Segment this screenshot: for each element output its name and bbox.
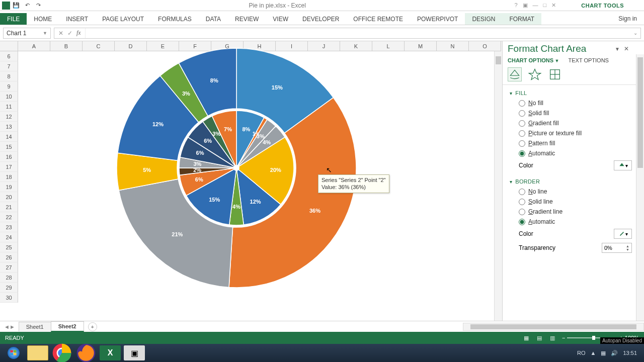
row-header[interactable]: 22 — [0, 212, 18, 222]
pane-move-icon[interactable]: ▼ — [613, 45, 622, 53]
ribbon-collapse-icon[interactable]: ▣ — [523, 2, 528, 9]
tab-review[interactable]: REVIEW — [228, 13, 266, 25]
border-color-button[interactable]: ▾ — [614, 229, 632, 239]
pane-scrollbar[interactable] — [636, 54, 644, 321]
pane-close-icon[interactable]: ✕ — [622, 44, 631, 53]
chrome-icon[interactable] — [51, 345, 72, 360]
row-header[interactable]: 21 — [0, 202, 18, 212]
row-header[interactable]: 17 — [0, 162, 18, 172]
vertical-scrollbar[interactable] — [494, 51, 502, 321]
view-page-layout-icon[interactable]: ▤ — [533, 333, 546, 342]
row-header[interactable]: 10 — [0, 92, 18, 102]
col-header[interactable]: B — [50, 41, 83, 51]
col-header[interactable]: M — [405, 41, 437, 51]
fill-opt-pattern-fill[interactable]: Pattern fill — [510, 138, 632, 148]
row-header[interactable]: 30 — [0, 293, 18, 303]
col-header[interactable]: A — [18, 41, 50, 51]
zoom-out-icon[interactable]: − — [562, 335, 565, 341]
formula-bar[interactable]: ✕ ✓ fx ⌄ — [54, 28, 641, 39]
fill-color-button[interactable]: ▾ — [614, 160, 632, 170]
minimize-icon[interactable]: — — [533, 2, 538, 9]
effects-icon[interactable] — [528, 67, 542, 81]
tab-home[interactable]: HOME — [27, 13, 59, 25]
row-header[interactable]: 14 — [0, 132, 18, 142]
row-header[interactable]: 26 — [0, 252, 18, 262]
fill-opt-picture-or-texture-fill[interactable]: Picture or texture fill — [510, 128, 632, 138]
tab-data[interactable]: DATA — [199, 13, 228, 25]
recorder-icon[interactable]: ▣ — [124, 345, 145, 360]
row-header[interactable]: 18 — [0, 172, 18, 182]
row-header[interactable]: 28 — [0, 273, 18, 283]
undo-icon[interactable]: ↶ — [22, 1, 32, 10]
section-head-fill[interactable]: FILL — [510, 88, 632, 98]
tab-insert[interactable]: INSERT — [59, 13, 95, 25]
fill-opt-solid-fill[interactable]: Solid fill — [510, 108, 632, 118]
maximize-icon[interactable]: □ — [543, 2, 547, 9]
tab-format[interactable]: FORMAT — [502, 13, 541, 25]
sheet-nav-next-icon[interactable]: ► — [10, 324, 15, 330]
row-header[interactable]: 29 — [0, 283, 18, 293]
chevron-down-icon[interactable]: ▼ — [43, 31, 47, 36]
tab-file[interactable]: FILE — [0, 13, 27, 25]
col-header[interactable]: N — [437, 41, 469, 51]
horizontal-scrollbar[interactable] — [463, 323, 644, 331]
row-header[interactable]: 7 — [0, 61, 18, 71]
tab-page-layout[interactable]: PAGE LAYOUT — [95, 13, 151, 25]
sheet-tab-sheet2[interactable]: Sheet2 — [51, 321, 84, 332]
row-header[interactable]: 12 — [0, 112, 18, 122]
view-page-break-icon[interactable]: ▥ — [546, 333, 559, 342]
help-icon[interactable]: ? — [514, 2, 517, 9]
name-box[interactable]: Chart 1 ▼ — [3, 28, 51, 39]
enter-icon[interactable]: ✓ — [67, 30, 72, 37]
row-header[interactable]: 20 — [0, 192, 18, 202]
signin-link[interactable]: Sign in — [611, 13, 644, 25]
formula-expand-icon[interactable]: ⌄ — [630, 30, 640, 36]
start-button[interactable] — [3, 345, 24, 360]
tray-network-icon[interactable]: ▦ — [601, 350, 606, 356]
row-header[interactable]: 8 — [0, 71, 18, 81]
row-header[interactable]: 19 — [0, 182, 18, 192]
row-header[interactable]: 24 — [0, 232, 18, 242]
tray-lang[interactable]: RO — [577, 350, 586, 356]
border-opt-gradient-line[interactable]: Gradient line — [510, 207, 632, 217]
border-opt-automatic[interactable]: Automatic — [510, 217, 632, 227]
row-header[interactable]: 16 — [0, 152, 18, 162]
row-header[interactable]: 23 — [0, 222, 18, 232]
tab-developer[interactable]: DEVELOPER — [295, 13, 346, 25]
subtab-chart-options[interactable]: CHART OPTIONS — [508, 57, 559, 63]
add-sheet-button[interactable]: + — [88, 322, 97, 331]
sheet-tab-sheet1[interactable]: Sheet1 — [19, 322, 51, 331]
excel-taskbar-icon[interactable]: X — [100, 345, 121, 360]
fill-opt-gradient-fill[interactable]: Gradient fill — [510, 118, 632, 128]
tab-office-remote[interactable]: OFFICE REMOTE — [346, 13, 410, 25]
chart-object[interactable]: 15%36%21%5%12%3%8% 8%1%3%4%20%12%4%15%6%… — [106, 42, 367, 294]
select-all-corner[interactable] — [0, 41, 18, 51]
close-icon[interactable]: ✕ — [551, 2, 556, 9]
transparency-spinner[interactable]: 0%▲▼ — [602, 243, 632, 253]
fill-line-icon[interactable] — [508, 67, 522, 81]
tab-powerpivot[interactable]: POWERPIVOT — [410, 13, 465, 25]
explorer-icon[interactable] — [27, 345, 48, 360]
fill-opt-no-fill[interactable]: No fill — [510, 98, 632, 108]
tab-view[interactable]: VIEW — [266, 13, 295, 25]
view-normal-icon[interactable]: ▦ — [520, 333, 533, 342]
row-header[interactable]: 15 — [0, 142, 18, 152]
section-head-border[interactable]: BORDER — [510, 176, 632, 187]
size-properties-icon[interactable] — [548, 67, 562, 81]
row-header[interactable]: 11 — [0, 102, 18, 112]
border-opt-no-line[interactable]: No line — [510, 187, 632, 197]
col-header[interactable]: O — [469, 41, 501, 51]
tab-formulas[interactable]: FORMULAS — [151, 13, 199, 25]
row-header[interactable]: 25 — [0, 242, 18, 252]
row-header[interactable]: 13 — [0, 122, 18, 132]
tray-volume-icon[interactable]: 🔊 — [611, 350, 618, 356]
fx-icon[interactable]: fx — [76, 29, 81, 37]
col-header[interactable]: L — [372, 41, 405, 51]
row-header[interactable]: 27 — [0, 262, 18, 273]
row-header[interactable]: 9 — [0, 81, 18, 92]
subtab-text-options[interactable]: TEXT OPTIONS — [568, 57, 608, 63]
row-header[interactable]: 6 — [0, 51, 18, 61]
firefox-icon[interactable] — [75, 345, 97, 360]
save-icon[interactable]: 💾 — [11, 1, 21, 10]
donut-chart[interactable]: 15%36%21%5%12%3%8% 8%1%3%4%20%12%4%15%6%… — [106, 42, 367, 294]
